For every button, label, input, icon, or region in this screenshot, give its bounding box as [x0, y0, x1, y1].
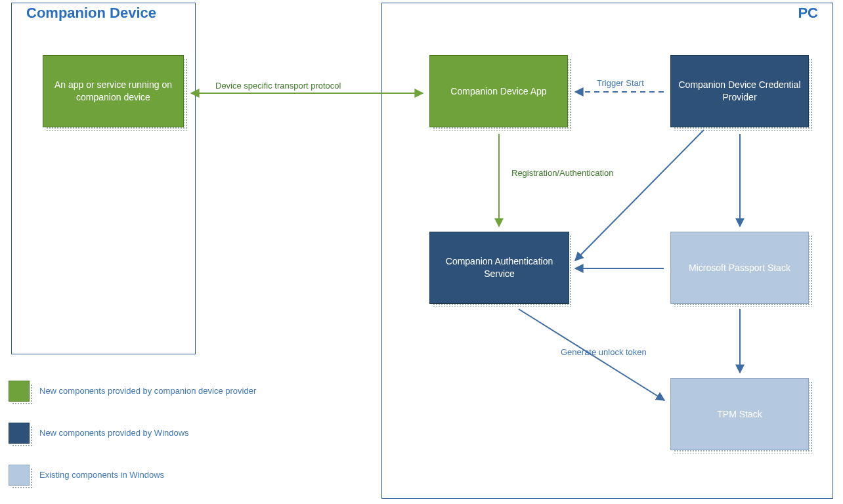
edge-label-trigger: Trigger Start [597, 78, 644, 88]
node-label: Companion Authentication Service [435, 255, 563, 280]
edge-label-unlock: Generate unlock token [561, 347, 647, 357]
node-label: TPM Stack [717, 408, 762, 421]
node-label: Companion Device App [450, 85, 546, 98]
node-companion-device-app: Companion Device App [429, 55, 568, 127]
container-title-companion: Companion Device [26, 5, 156, 22]
node-app-or-service: An app or service running on companion d… [43, 55, 184, 127]
node-label: An app or service running on companion d… [49, 79, 178, 104]
node-label: Companion Device Credential Provider [676, 79, 803, 104]
legend-label-darkblue: New components provided by Windows [39, 428, 189, 438]
legend-label-green: New components provided by companion dev… [39, 386, 256, 396]
edge-label-transport: Device specific transport protocol [215, 81, 341, 91]
node-label: Microsoft Passport Stack [689, 262, 790, 274]
node-auth-service: Companion Authentication Service [429, 232, 569, 304]
node-credential-provider: Companion Device Credential Provider [670, 55, 809, 127]
container-title-pc: PC [798, 5, 818, 22]
edge-label-reg-auth: Registration/Authentication [511, 168, 613, 178]
legend-label-lightblue: Existing components in Windows [39, 470, 164, 480]
node-tpm-stack: TPM Stack [670, 378, 809, 450]
legend-swatch-darkblue [9, 423, 30, 444]
legend-swatch-green [9, 381, 30, 402]
node-passport-stack: Microsoft Passport Stack [670, 232, 809, 304]
legend-swatch-lightblue [9, 465, 30, 486]
